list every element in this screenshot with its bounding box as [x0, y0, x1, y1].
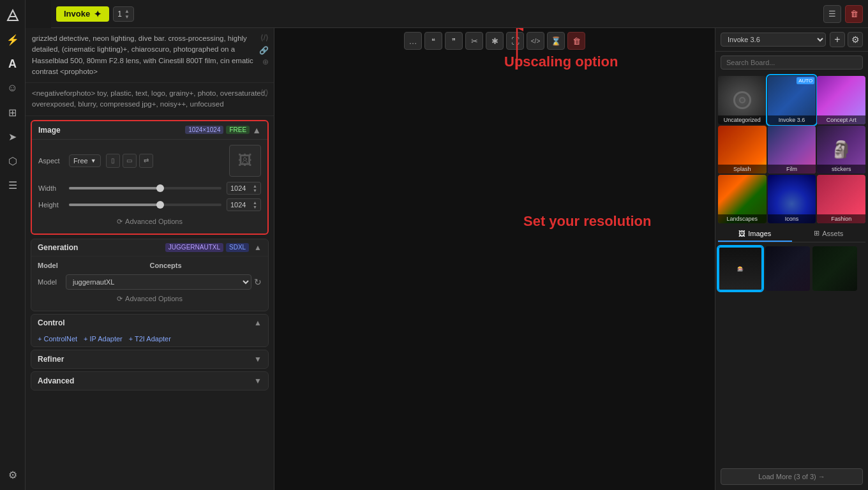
width-value[interactable]: 1024 ▲▼: [227, 182, 261, 195]
count-stepper[interactable]: 1 ▲▼: [113, 6, 134, 22]
gen-advanced-options[interactable]: ⟳Advanced Options: [38, 292, 262, 306]
model-col-header: Model: [38, 262, 150, 269]
refresh-icon[interactable]: ↻: [254, 277, 262, 287]
refiner-collapse-icon: ▼: [254, 355, 262, 364]
aspect-select[interactable]: Free ▼: [69, 154, 101, 167]
negative-code-icon[interactable]: ⟨/⟩: [260, 88, 269, 97]
gallery-item-uncategorized[interactable]: Uncategorized: [718, 76, 767, 124]
assets-icon: ⊞: [814, 229, 819, 237]
positive-prompt-text[interactable]: grizzled detective, neon lighting, dive …: [32, 33, 267, 77]
uncategorized-label: Uncategorized: [718, 115, 767, 124]
tab-images[interactable]: 🖼 Images: [718, 226, 792, 242]
search-row: [715, 52, 868, 73]
height-arrows[interactable]: ▲▼: [253, 200, 257, 209]
canvas-btn-quote-open[interactable]: ❝: [424, 32, 442, 50]
bottom-gallery-item-1[interactable]: 🎰: [718, 246, 763, 291]
nav-icon-box[interactable]: ⬡: [3, 151, 23, 171]
canvas-btn-more[interactable]: …: [404, 32, 422, 50]
portrait-icon[interactable]: ▯: [106, 154, 120, 168]
image-preview-icon: 🖼: [238, 152, 252, 169]
count-value: 1: [117, 10, 122, 19]
control-header: Control ▲: [31, 315, 268, 331]
lightning-icon: ✦: [94, 9, 101, 19]
height-row: Height 1024 ▲▼: [38, 198, 261, 211]
image-preview-box: 🖼: [229, 145, 261, 177]
advanced-section[interactable]: Advanced ▼: [31, 371, 269, 390]
invoke-button[interactable]: Invoke ✦: [56, 6, 109, 22]
height-value[interactable]: 1024 ▲▼: [227, 198, 261, 211]
svg-marker-0: [8, 10, 18, 20]
t2i-adapter-button[interactable]: + T2I Adapter: [129, 335, 171, 343]
negative-prompt-text[interactable]: <negativeforphoto> toy, plastic, text, l…: [32, 88, 267, 110]
bottom-gallery-item-3[interactable]: [812, 246, 857, 291]
add-board-button[interactable]: +: [830, 32, 845, 47]
image-section-header: Image 1024×1024 FREE ▲: [32, 121, 267, 140]
list-view-button[interactable]: ☰: [823, 5, 841, 23]
main-layout: grizzled detective, neon lighting, dive …: [26, 28, 868, 490]
canvas-btn-cut[interactable]: ✂: [465, 32, 483, 50]
control-section: Control ▲ + ControlNet + IP Adapter + T2…: [31, 314, 269, 347]
search-input[interactable]: [721, 56, 863, 70]
clear-button[interactable]: 🗑: [845, 5, 863, 23]
width-slider[interactable]: [69, 187, 221, 189]
gallery-item-invoke[interactable]: Invoke 3.6: [768, 76, 816, 124]
nav-icon-settings[interactable]: ⚙: [3, 464, 23, 485]
swap-icon[interactable]: ⇄: [139, 154, 153, 168]
control-title: Control: [38, 318, 65, 327]
image-section-collapse[interactable]: ▲: [252, 125, 261, 135]
gallery-item-icons[interactable]: Icons: [768, 175, 816, 223]
width-arrows[interactable]: ▲▼: [253, 184, 257, 193]
board-select[interactable]: Invoke 3.6: [721, 33, 826, 47]
canvas-btn-quote-close[interactable]: ❞: [445, 32, 463, 50]
control-body: + ControlNet + IP Adapter + T2I Adapter: [31, 331, 268, 346]
prompt-link-icon[interactable]: 🔗: [259, 46, 269, 55]
size-badge: 1024×1024: [185, 126, 223, 134]
gallery-item-stickers[interactable]: 🗿 stickers: [817, 126, 865, 174]
controlnet-button[interactable]: + ControlNet: [38, 335, 77, 343]
prompt-code-icon[interactable]: ⟨/⟩: [260, 33, 269, 42]
image-section: Image 1024×1024 FREE ▲ Aspect Free ▼: [31, 120, 269, 235]
aspect-value: Free: [73, 157, 88, 165]
gallery-item-fashion[interactable]: Fashion: [817, 175, 865, 223]
bottom-gallery-item-2[interactable]: [765, 246, 810, 291]
settings-icon[interactable]: ⚙: [848, 32, 863, 47]
images-icon: 🖼: [738, 230, 745, 237]
nav-icon-text[interactable]: A: [3, 54, 23, 74]
generation-collapse[interactable]: ▲: [254, 243, 262, 252]
juggernaut-badge: JUGGERNAUTXL: [165, 243, 223, 252]
icon-bar: ⚡ A ☺ ⊞ ➤ ⬡ ☰ ⚙: [0, 0, 26, 490]
load-more-button[interactable]: Load More (3 of 3) →: [721, 468, 863, 485]
nav-icon-grid[interactable]: ⊞: [3, 102, 23, 122]
generation-body: Model Concepts Model juggernautXL ↻ ⟳Adv…: [31, 256, 268, 311]
left-panel: grizzled detective, neon lighting, dive …: [26, 28, 274, 490]
image-section-title: Image: [38, 126, 61, 135]
prompt-expand-icon[interactable]: ⊕: [262, 57, 269, 66]
ip-adapter-button[interactable]: + IP Adapter: [84, 335, 123, 343]
nav-icon-smile[interactable]: ☺: [3, 78, 23, 98]
advanced-title: Advanced: [38, 376, 74, 385]
height-label: Height: [38, 201, 64, 209]
canvas-btn-delete[interactable]: 🗑: [567, 32, 585, 50]
gallery-item-film[interactable]: Film: [768, 126, 816, 174]
landscape-icon[interactable]: ▭: [123, 154, 137, 168]
gallery-item-splash[interactable]: Splash: [718, 126, 767, 174]
canvas-btn-timer[interactable]: ⌛: [547, 32, 565, 50]
gallery-item-concept[interactable]: Concept Art: [817, 76, 865, 124]
aspect-chevron-icon: ▼: [91, 158, 96, 164]
stepper-arrows: ▲▼: [124, 8, 130, 20]
free-badge: FREE: [226, 126, 250, 134]
aspect-row: Aspect Free ▼ ▯ ▭ ⇄ 🖼: [38, 145, 261, 177]
refiner-section[interactable]: Refiner ▼: [31, 350, 269, 369]
nav-icon-list[interactable]: ☰: [3, 175, 23, 195]
nav-icon-send[interactable]: ➤: [3, 126, 23, 147]
tab-assets[interactable]: ⊞ Assets: [792, 226, 866, 242]
invoke-label-gallery: Invoke 3.6: [768, 115, 816, 124]
control-collapse[interactable]: ▲: [254, 318, 262, 327]
image-advanced-options[interactable]: ⟳ Advanced Options: [38, 215, 261, 228]
resolution-text: Set your resolution: [523, 213, 651, 230]
gallery-item-landscapes[interactable]: Landscapes: [718, 175, 767, 223]
nav-icon-logo[interactable]: [3, 5, 23, 26]
height-slider[interactable]: [69, 204, 221, 206]
nav-icon-lightning[interactable]: ⚡: [3, 29, 23, 50]
model-select[interactable]: juggernautXL: [66, 274, 251, 290]
